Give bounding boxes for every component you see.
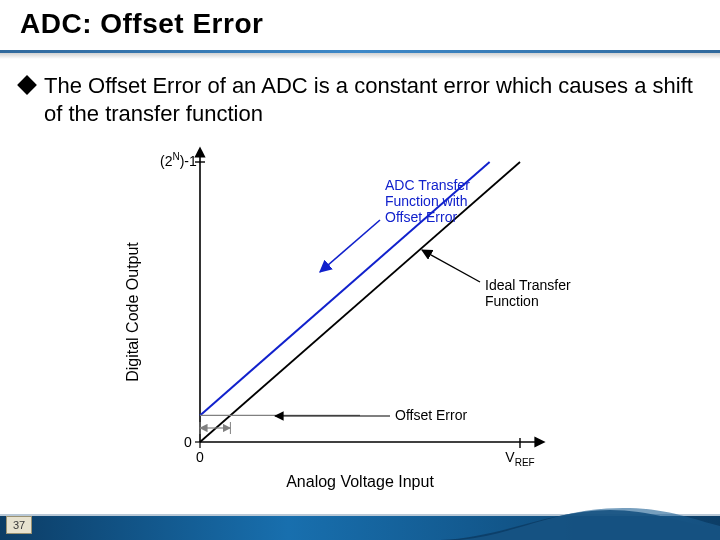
annotation-offset-error: Offset Error xyxy=(395,407,467,423)
x-left-tick-label: 0 xyxy=(196,449,204,465)
y-bottom-tick-label: 0 xyxy=(184,434,192,450)
annotation-arrow-offset-curve xyxy=(320,220,380,272)
bullet-row: The Offset Error of an ADC is a constant… xyxy=(20,72,700,128)
x-axis-label: Analog Voltage Input xyxy=(286,473,434,490)
y-top-tick-label: (2N)-1 xyxy=(160,151,197,169)
annotation-ideal: Ideal Transfer Function xyxy=(485,277,575,309)
adc-offset-figure: Digital Code Output Analog Voltage Input… xyxy=(110,142,630,492)
annotation-arrow-ideal xyxy=(422,250,480,282)
y-axis-label: Digital Code Output xyxy=(124,242,141,382)
slide-title: ADC: Offset Error xyxy=(20,8,720,40)
slide-body: The Offset Error of an ADC is a constant… xyxy=(20,72,700,492)
x-right-tick-label: VREF xyxy=(505,449,534,468)
footer-swoosh-icon xyxy=(440,504,720,540)
diamond-bullet-icon xyxy=(17,75,37,95)
page-number: 37 xyxy=(6,516,32,534)
bullet-text: The Offset Error of an ADC is a constant… xyxy=(44,72,700,128)
annotation-offset-curve: ADC Transfer Function with Offset Error xyxy=(385,177,474,225)
title-bar: ADC: Offset Error xyxy=(0,0,720,56)
title-shadow xyxy=(0,53,720,59)
ideal-transfer-line xyxy=(200,162,520,442)
footer-bar: 37 xyxy=(0,504,720,540)
